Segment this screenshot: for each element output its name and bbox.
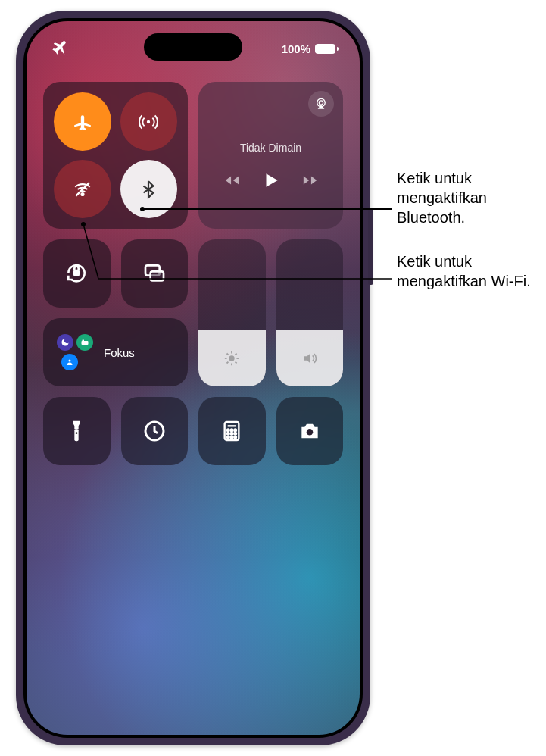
callout-line-wifi: [83, 224, 394, 285]
callout-line-bluetooth: [142, 208, 392, 210]
callout-bluetooth: Ketik untuk mengaktifkan Bluetooth.: [397, 168, 541, 227]
focus-icon-cluster: [57, 334, 93, 370]
svg-line-15: [227, 362, 229, 364]
battery-percent: 100%: [282, 42, 310, 55]
svg-point-30: [235, 433, 237, 435]
timer-button[interactable]: [121, 397, 189, 465]
cellular-data-toggle[interactable]: [120, 92, 178, 151]
calculator-button[interactable]: [198, 397, 266, 465]
next-track-button[interactable]: [302, 172, 319, 189]
svg-line-13: [227, 354, 229, 355]
svg-point-0: [147, 120, 150, 123]
play-button[interactable]: [261, 170, 281, 190]
svg-point-1: [81, 192, 83, 195]
svg-rect-5: [75, 270, 79, 276]
battery-icon: [315, 44, 335, 54]
flashlight-button[interactable]: [43, 397, 111, 465]
svg-line-14: [236, 362, 237, 364]
airplay-button[interactable]: [308, 91, 334, 117]
svg-point-27: [235, 429, 237, 431]
wifi-toggle[interactable]: [54, 160, 111, 218]
personal-icon: [61, 354, 78, 370]
svg-line-16: [236, 354, 237, 355]
svg-point-29: [231, 433, 233, 435]
svg-point-32: [231, 436, 233, 439]
svg-point-31: [227, 436, 229, 439]
svg-rect-20: [75, 429, 79, 441]
focus-button[interactable]: Fokus: [43, 318, 188, 386]
dynamic-island: [144, 33, 242, 61]
svg-point-28: [227, 433, 229, 435]
svg-rect-18: [83, 340, 85, 342]
phone-bezel: 100%: [23, 18, 363, 738]
svg-point-19: [69, 360, 71, 362]
do-not-disturb-icon: [57, 334, 73, 351]
svg-point-33: [235, 436, 237, 439]
svg-point-34: [306, 429, 313, 436]
svg-point-25: [227, 429, 229, 431]
focus-label: Fokus: [104, 346, 135, 359]
svg-point-26: [231, 429, 233, 431]
previous-track-button[interactable]: [223, 172, 240, 189]
svg-point-4: [319, 101, 323, 105]
svg-point-21: [76, 432, 78, 434]
airplane-mode-toggle[interactable]: [54, 92, 111, 151]
camera-button[interactable]: [276, 397, 344, 465]
screen: 100%: [27, 21, 360, 735]
sleep-icon: [76, 334, 93, 351]
connectivity-group: [43, 82, 188, 229]
airplane-status-icon: [51, 39, 70, 58]
callout-wifi: Ketik untuk mengaktifkan Wi-Fi.: [397, 251, 541, 291]
svg-rect-17: [82, 341, 89, 345]
phone-frame: 100%: [16, 11, 370, 745]
now-playing-title: Tidak Dimain: [240, 142, 301, 154]
svg-point-8: [229, 355, 235, 361]
svg-point-35: [81, 222, 86, 226]
now-playing-tile[interactable]: Tidak Dimain: [198, 82, 343, 229]
transport-controls: [223, 170, 319, 190]
